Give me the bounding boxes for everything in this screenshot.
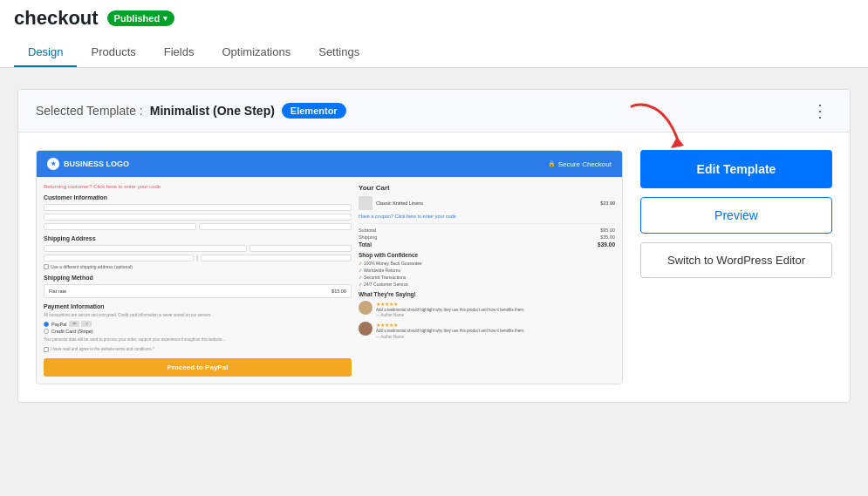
mockup-body: Returning customer? Click here to enter …	[37, 177, 622, 384]
mockup-secure: Secure Checkout	[548, 160, 612, 168]
mockup-diff-address-row: Use a different shipping address (option…	[44, 264, 352, 269]
page-title: checkout	[14, 7, 99, 30]
mockup-diff-address-label: Use a different shipping address (option…	[51, 264, 133, 269]
mockup-trust: Shop with Confidence 100% Money Back Gua…	[359, 252, 615, 287]
mockup-zip-input	[44, 255, 194, 262]
mockup-country-input	[196, 255, 198, 262]
mockup-paypal-radio	[44, 322, 49, 327]
mockup-state-input	[201, 255, 351, 262]
mockup-total-label: Total	[359, 241, 372, 248]
nav-tabs: Design Products Fields Optimizations Set…	[14, 38, 854, 67]
mockup-trust-item-2: Worldwide Returns	[359, 268, 615, 273]
chevron-down-icon: ▾	[163, 14, 167, 23]
mockup-totals: Subtotal $95.00 Shipping $35.00 Total $3…	[359, 223, 615, 248]
tab-settings[interactable]: Settings	[304, 38, 373, 67]
mockup-logo-icon: ★	[47, 158, 59, 170]
preview-button[interactable]: Preview	[640, 197, 832, 234]
mockup-returning: Returning customer? Click here to enter …	[44, 184, 352, 189]
mockup-credit-card-option: Credit Card (Stripe)	[44, 329, 352, 334]
mockup-cart-title: Your Cart	[359, 184, 615, 192]
tab-design[interactable]: Design	[14, 38, 77, 67]
template-body: ★ BUSINESS LOGO Secure Checkout Returnin…	[18, 132, 850, 402]
mockup-email-input	[44, 204, 352, 211]
tab-optimizations[interactable]: Optimizations	[208, 38, 304, 67]
mockup-right: Your Cart Classic Knitted Linens $23.99 …	[359, 184, 615, 377]
mockup-cart-item: Classic Knitted Linens $23.99	[359, 196, 615, 210]
mockup-agree-text: I have read and agree to the website ter…	[51, 347, 154, 352]
mockup-diff-address-checkbox	[44, 264, 49, 269]
mockup-testimonial-text-2: ★★★★★ Add a testimonial should highlight…	[376, 322, 615, 338]
template-name: Minimalist (One Step)	[150, 104, 275, 118]
mockup-product-name: Classic Knitted Linens	[376, 200, 597, 206]
tab-fields[interactable]: Fields	[150, 38, 208, 67]
published-badge[interactable]: Published ▾	[107, 10, 175, 26]
svg-marker-0	[671, 137, 684, 148]
mockup-city-input	[249, 245, 352, 252]
mockup-payment-options: PayPal PP V Credit Card (Stripe)	[44, 321, 352, 334]
top-bar: checkout Published ▾ Design Products Fie…	[0, 0, 868, 68]
mockup-total-value: $39.00	[598, 241, 615, 248]
mockup-subtotal-row: Subtotal $95.00	[359, 228, 615, 233]
mockup-shipping-section: Shipping Method Flat rate $15.00	[44, 275, 352, 298]
mockup-paypal-icon: PP	[69, 321, 79, 327]
mockup-shipping-total-value: $35.00	[600, 234, 615, 240]
checkout-mockup: ★ BUSINESS LOGO Secure Checkout Returnin…	[37, 151, 622, 384]
mockup-account-input	[44, 214, 352, 221]
mockup-testimonial-item-2: ★★★★★ Add a testimonial should highlight…	[359, 322, 615, 338]
mockup-product-img	[359, 196, 372, 210]
mockup-header: ★ BUSINESS LOGO Secure Checkout	[37, 151, 622, 177]
mockup-trust-item-4: 24/7 Customer Service	[359, 282, 615, 287]
mockup-credit-card-label: Credit Card (Stripe)	[51, 329, 93, 334]
mockup-left: Returning customer? Click here to enter …	[44, 184, 352, 377]
mockup-stars-2: ★★★★★	[376, 322, 615, 328]
mockup-credit-card-radio	[44, 329, 49, 334]
template-header-left: Selected Template : Minimalist (One Step…	[36, 103, 346, 119]
template-label: Selected Template :	[36, 104, 143, 118]
mockup-paypal-label: PayPal	[51, 322, 66, 327]
mockup-privacy-text: Your personal data will be used to proce…	[44, 337, 352, 343]
mockup-testimonial-item-1: ★★★★★ Add a testimonial should highlight…	[359, 301, 615, 317]
mockup-grand-total-row: Total $39.00	[359, 241, 615, 248]
mockup-agree-checkbox	[44, 347, 49, 352]
more-options-icon[interactable]: ⋮	[808, 102, 832, 119]
mockup-trust-title: Shop with Confidence	[359, 252, 615, 258]
template-header: Selected Template : Minimalist (One Step…	[18, 90, 850, 132]
mockup-avatar-1	[359, 301, 372, 315]
mockup-shipping-row: Shipping $35.00	[359, 234, 615, 240]
mockup-testimonial-author-1: — Author Name	[376, 313, 615, 317]
mockup-first-name-input	[44, 223, 196, 230]
elementor-badge: Elementor	[282, 103, 346, 119]
tab-products[interactable]: Products	[77, 38, 149, 67]
template-preview: ★ BUSINESS LOGO Secure Checkout Returnin…	[36, 150, 623, 384]
mockup-testimonial-text-1: ★★★★★ Add a testimonial should highlight…	[376, 301, 615, 317]
mockup-testimonial: What They're Saying! ★★★★★ Add a testimo…	[359, 291, 615, 339]
main-content: Selected Template : Minimalist (One Step…	[0, 68, 868, 424]
mockup-shipping-total-label: Shipping	[359, 234, 377, 240]
mockup-last-name-input	[199, 223, 352, 230]
mockup-shipping-method-row: Flat rate $15.00	[44, 284, 352, 298]
mockup-product-price: $23.99	[600, 200, 615, 206]
mockup-testimonial-author-2: — Author Name	[376, 335, 615, 339]
mockup-payment-note: All transactions are secure and encrypte…	[44, 313, 352, 317]
mockup-payment-title: Payment Information	[44, 303, 352, 309]
mockup-trust-item-1: 100% Money Back Guarantee	[359, 261, 615, 266]
mockup-flat-rate-label: Flat rate	[49, 289, 66, 294]
mockup-shipping-method-title: Shipping Method	[44, 275, 352, 281]
mockup-flat-rate-price: $15.00	[331, 289, 346, 294]
mockup-logo: ★ BUSINESS LOGO	[47, 158, 129, 170]
mockup-testimonial-title: What They're Saying!	[359, 291, 615, 297]
template-panel: Selected Template : Minimalist (One Step…	[17, 89, 851, 403]
mockup-coupon: Have a coupon? Click here to enter your …	[359, 214, 615, 219]
mockup-trust-item-3: Secured Transactions	[359, 275, 615, 280]
mockup-customer-info-title: Customer Information	[44, 194, 352, 200]
mockup-subtotal-value: $95.00	[600, 228, 615, 233]
switch-editor-button[interactable]: Switch to WordPress Editor	[640, 242, 832, 278]
mockup-street-input	[44, 245, 247, 252]
mockup-cta-button: Proceed to PayPal	[44, 358, 352, 377]
mockup-payment-section: Payment Information All transactions are…	[44, 303, 352, 377]
action-buttons: Edit Template Preview Switch to WordPres…	[640, 150, 832, 278]
mockup-agree-row: I have read and agree to the website ter…	[44, 347, 352, 352]
mockup-subtotal-label: Subtotal	[359, 228, 376, 233]
edit-template-button[interactable]: Edit Template	[640, 150, 832, 188]
mockup-stars-1: ★★★★★	[376, 301, 615, 307]
